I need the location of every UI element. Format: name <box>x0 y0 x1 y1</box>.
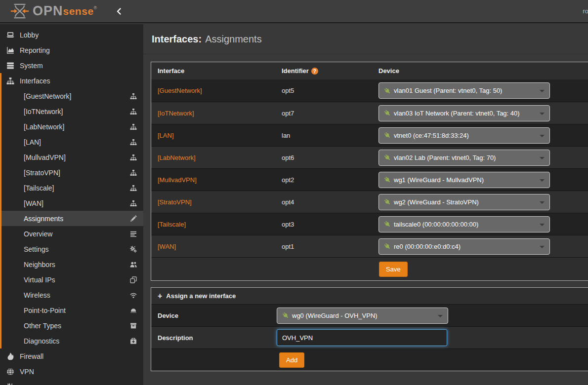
sidebar-item-stratovpn[interactable]: [StratoVPN] <box>0 165 143 180</box>
device-label: Device <box>151 312 277 319</box>
identifier-value: opt6 <box>282 154 378 161</box>
device-select-value: vlan01 Guest (Parent: vtnet0, Tag: 50) <box>394 87 502 94</box>
sidebar-item-partial[interactable] <box>0 379 143 385</box>
sidebar-item-settings[interactable]: Settings <box>0 241 143 257</box>
sidebar-item-wireless[interactable]: Wireless <box>0 287 143 303</box>
sidebar-item-label: [LabNetwork] <box>24 123 64 131</box>
hourglass-logo-icon <box>10 3 30 19</box>
device-select[interactable]: vlan01 Guest (Parent: vtnet0, Tag: 50) <box>378 82 550 99</box>
sidebar-item-label: [LAN] <box>24 138 41 146</box>
identifier-value: opt7 <box>282 110 378 117</box>
description-input[interactable] <box>277 329 447 346</box>
device-select[interactable]: vtnet0 (ce:47:51:8d:33:24) <box>378 127 550 144</box>
sidebar-collapse-button[interactable] <box>116 8 123 15</box>
assign-panel-header: + Assign a new interface <box>151 288 588 304</box>
gear-icon <box>6 383 14 385</box>
identifier-value: lan <box>282 132 378 139</box>
interface-link[interactable]: [StratoVPN] <box>158 198 192 206</box>
sidebar-item-assignments[interactable]: Assignments <box>0 211 143 226</box>
interface-link[interactable]: [IoTNetwork] <box>158 110 194 117</box>
help-icon[interactable]: ? <box>311 68 318 75</box>
sidebar-item-lobby[interactable]: Lobby <box>0 27 143 42</box>
save-button[interactable]: Save <box>379 262 408 277</box>
archive-icon <box>130 322 137 329</box>
brand-registered-mark: ® <box>94 5 97 10</box>
interface-link[interactable]: [WAN] <box>158 243 176 250</box>
brand-sense: sense <box>63 5 94 17</box>
sidebar-item-iotnetwork[interactable]: [IoTNetwork] <box>0 104 143 119</box>
sidebar-item-guestnetwork[interactable]: [GuestNetwork] <box>0 88 143 104</box>
sidebar-item-label: VPN <box>20 368 34 376</box>
sitemap-icon <box>130 169 137 176</box>
pencil-icon <box>130 215 137 222</box>
sidebar-item-label: Wireless <box>24 291 50 299</box>
new-device-select[interactable]: wg0 (WireGuard - OVH_VPN) <box>277 308 448 324</box>
table-header-row: Interface Identifier? Device <box>151 62 588 79</box>
description-label: Description <box>151 334 277 342</box>
sidebar-item-labnetwork[interactable]: [LabNetwork] <box>0 119 143 134</box>
plug-icon <box>282 312 289 319</box>
sidebar-item-virtual-ips[interactable]: Virtual IPs <box>0 272 143 287</box>
sidebar-item-mullvadvpn[interactable]: [MullvadVPN] <box>0 150 143 165</box>
device-select[interactable]: vlan03 IoT Network (Parent: vtnet0, Tag:… <box>378 105 550 121</box>
sitemap-icon <box>6 77 14 85</box>
table-row: [LAN] lan vtnet0 (ce:47:51:8d:33:24) <box>151 124 588 146</box>
sidebar-item-neighbors[interactable]: Neighbors <box>0 257 143 272</box>
sidebar-item-point-to-point[interactable]: Point-to-Point <box>0 303 143 318</box>
device-select[interactable]: vlan02 Lab (Parent: vtnet0, Tag: 70) <box>378 150 550 166</box>
table-row: [StratoVPN] opt4 wg2 (WireGuard - Strato… <box>151 191 588 213</box>
col-header-identifier: Identifier? <box>282 67 378 75</box>
top-bar: OPNsense® roo <box>0 0 588 23</box>
sidebar-item-wan[interactable]: [WAN] <box>0 195 143 211</box>
fire-icon <box>6 352 14 360</box>
caret-down-icon <box>540 201 545 204</box>
server-icon <box>6 62 14 70</box>
sidebar-item-label: [IoTNetwork] <box>24 108 63 116</box>
sidebar-item-label: Diagnostics <box>24 337 59 345</box>
sidebar-item-label: Lobby <box>20 31 39 39</box>
gears-icon <box>130 246 137 253</box>
sidebar-item-overview[interactable]: Overview <box>0 226 143 241</box>
sidebar: Lobby Reporting System Interfaces [Guest… <box>0 24 143 385</box>
device-select[interactable]: re0 (00:00:00:e0:d0:c4) <box>378 238 550 255</box>
interface-link[interactable]: [MullvadVPN] <box>158 176 197 184</box>
list-icon <box>130 231 137 237</box>
device-select[interactable]: tailscale0 (00:00:00:00:00:00) <box>378 216 550 232</box>
sitemap-icon <box>130 108 137 115</box>
sidebar-item-interfaces[interactable]: Interfaces <box>0 73 143 88</box>
device-select[interactable]: wg2 (WireGuard - StratoVPN) <box>378 194 550 210</box>
caret-down-icon <box>540 113 545 115</box>
sidebar-item-reporting[interactable]: Reporting <box>0 42 143 58</box>
table-row: [WAN] opt1 re0 (00:00:00:e0:d0:c4) <box>151 235 588 257</box>
sidebar-item-lan[interactable]: [LAN] <box>0 134 143 150</box>
opnsense-logo[interactable]: OPNsense® <box>10 3 97 19</box>
add-button[interactable]: Add <box>279 352 304 368</box>
sidebar-item-system[interactable]: System <box>0 58 143 73</box>
device-select-value: vlan02 Lab (Parent: vtnet0, Tag: 70) <box>394 154 496 161</box>
sitemap-icon <box>130 154 137 161</box>
interface-link[interactable]: [Tailscale] <box>158 221 186 228</box>
user-menu[interactable]: roo <box>583 7 588 15</box>
medkit-icon <box>130 338 137 345</box>
sidebar-item-firewall[interactable]: Firewall <box>0 348 143 364</box>
sidebar-item-label: Neighbors <box>24 261 55 269</box>
sidebar-item-diagnostics[interactable]: Diagnostics <box>0 333 143 348</box>
main-content: Interfaces: Assignments Interface Identi… <box>143 24 588 385</box>
sidebar-item-label: Point-to-Point <box>24 307 66 314</box>
sidebar-item-tailscale[interactable]: [Tailscale] <box>0 180 143 195</box>
sidebar-item-label: Reporting <box>20 46 50 54</box>
table-row: [Tailscale] opt3 tailscale0 (00:00:00:00… <box>151 213 588 235</box>
interface-link[interactable]: [LabNetwork] <box>158 154 196 161</box>
area-chart-icon <box>6 46 14 54</box>
plug-icon <box>384 243 391 250</box>
device-select-value: wg2 (WireGuard - StratoVPN) <box>394 198 479 206</box>
caret-down-icon <box>540 179 545 182</box>
interface-link[interactable]: [LAN] <box>158 132 174 139</box>
device-select[interactable]: wg1 (WireGuard - MullvadVPN) <box>378 172 550 188</box>
interface-link[interactable]: [GuestNetwork] <box>158 87 202 94</box>
plus-icon[interactable]: + <box>158 292 162 301</box>
brand-opn: OPN <box>33 3 63 19</box>
sidebar-item-other-types[interactable]: Other Types <box>0 318 143 333</box>
sidebar-item-vpn[interactable]: VPN <box>0 364 143 379</box>
page-title-suffix: Assignments <box>205 34 262 45</box>
